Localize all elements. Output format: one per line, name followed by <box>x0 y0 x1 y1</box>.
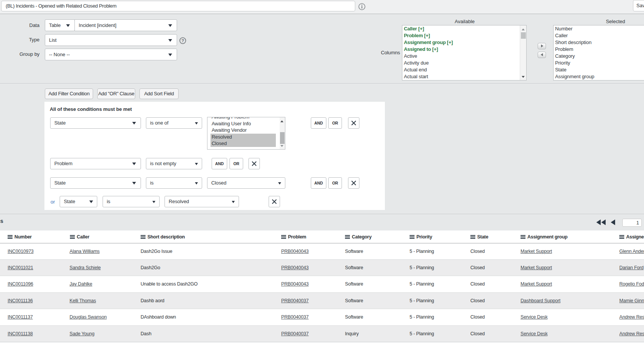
svg-text:?: ? <box>181 38 184 43</box>
